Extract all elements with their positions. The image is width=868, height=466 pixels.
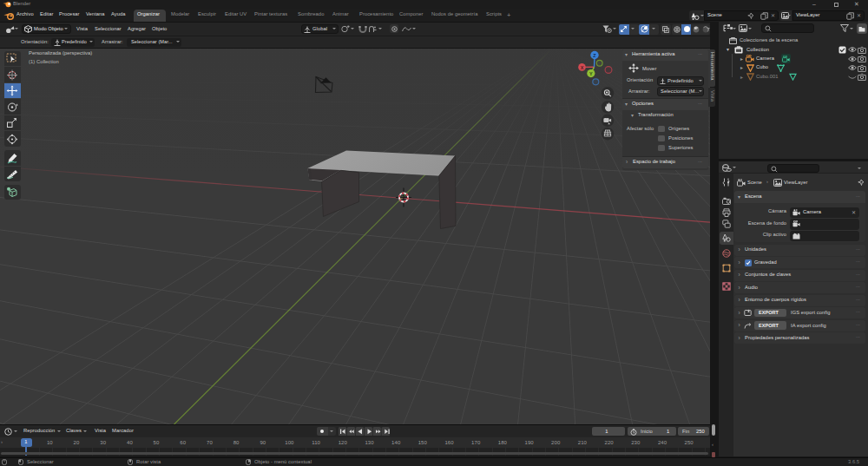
svg-text:X: X [581, 65, 584, 70]
svg-text:Y: Y [589, 71, 593, 76]
